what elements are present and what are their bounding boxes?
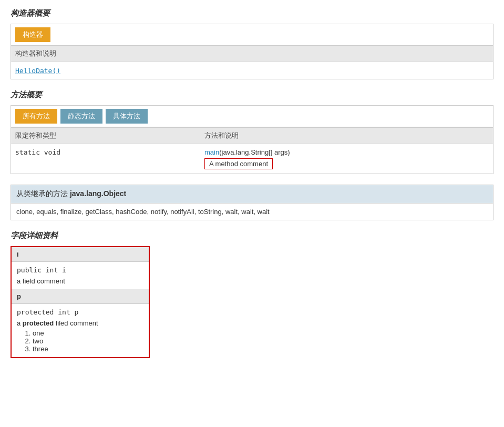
field-header-i: i bbox=[12, 247, 149, 262]
constructor-link[interactable]: HelloDate() bbox=[15, 67, 60, 75]
method-summary-title: 方法概要 bbox=[11, 90, 493, 100]
inherited-title: 从类继承的方法 java.lang.Object bbox=[11, 185, 493, 203]
method-summary-section: 方法概要 所有方法 静态方法 具体方法 限定符和类型 方法和说明 static … bbox=[11, 90, 493, 174]
col-method-header: 方法和说明 bbox=[204, 131, 489, 140]
inherited-title-prefix: 从类继承的方法 bbox=[16, 189, 70, 198]
constructor-summary-section: 构造器概要 构造器 构造器和说明 HelloDate() bbox=[11, 8, 493, 79]
field-sig-p: protected int p bbox=[17, 308, 143, 316]
method-args: (java.lang.String[] args) bbox=[219, 148, 290, 156]
field-header-p: p bbox=[12, 289, 149, 304]
method-cell: main(java.lang.String[] args) A method c… bbox=[204, 148, 489, 169]
method-modifier: static void bbox=[15, 148, 204, 169]
method-table-header: 限定符和类型 方法和说明 bbox=[11, 127, 493, 144]
list-item-2: two bbox=[33, 337, 143, 345]
field-comment-p-suffix: filed comment bbox=[54, 319, 98, 327]
field-detail-box: i public int i a field comment p protect… bbox=[11, 246, 150, 358]
constructor-table: 构造器 构造器和说明 HelloDate() bbox=[11, 24, 493, 79]
constructor-row: HelloDate() bbox=[11, 62, 493, 79]
constructor-tab[interactable]: 构造器 bbox=[15, 27, 50, 42]
col-modifier-header: 限定符和类型 bbox=[15, 131, 204, 140]
tab-all-methods[interactable]: 所有方法 bbox=[15, 109, 57, 124]
field-comment-p: a protected filed comment one two three bbox=[17, 319, 143, 353]
inherited-table: 从类继承的方法 java.lang.Object clone, equals, … bbox=[11, 185, 493, 220]
inherited-methods-list: clone, equals, finalize, getClass, hashC… bbox=[11, 203, 493, 220]
field-comment-i: a field comment bbox=[17, 277, 143, 285]
method-table: 所有方法 静态方法 具体方法 限定符和类型 方法和说明 static void … bbox=[11, 105, 493, 174]
inherited-section: 从类继承的方法 java.lang.Object clone, equals, … bbox=[11, 185, 493, 220]
constructor-summary-title: 构造器概要 bbox=[11, 8, 493, 18]
field-detail-section: 字段详细资料 i public int i a field comment p … bbox=[11, 231, 493, 358]
constructor-table-header: 构造器和说明 bbox=[11, 45, 493, 62]
tab-static-methods[interactable]: 静态方法 bbox=[60, 109, 102, 124]
field-body-p: protected int p a protected filed commen… bbox=[12, 304, 149, 357]
field-sig-i: public int i bbox=[17, 266, 143, 274]
list-item-3: three bbox=[33, 345, 143, 353]
field-comment-p-list: one two three bbox=[17, 329, 143, 353]
field-detail-title: 字段详细资料 bbox=[11, 231, 493, 241]
field-comment-p-bold: protected bbox=[23, 319, 54, 327]
inherited-class-name: java.lang.Object bbox=[70, 189, 126, 198]
field-comment-p-prefix: a bbox=[17, 319, 23, 327]
method-comment-box: A method comment bbox=[204, 158, 273, 169]
list-item-1: one bbox=[33, 329, 143, 337]
tab-concrete-methods[interactable]: 具体方法 bbox=[106, 109, 148, 124]
field-body-i: public int i a field comment bbox=[12, 262, 149, 289]
method-row-0: static void main(java.lang.String[] args… bbox=[11, 144, 493, 174]
method-link[interactable]: main bbox=[204, 148, 219, 156]
